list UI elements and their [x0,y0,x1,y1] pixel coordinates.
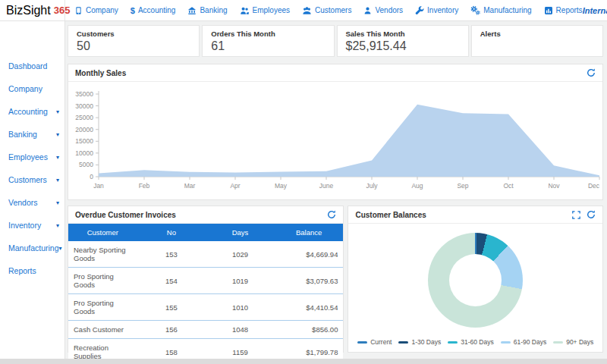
sidebar-item-manufacturing[interactable]: Manufacturing▾ [0,237,64,259]
legend-label: 90+ Days [566,338,593,346]
table-row[interactable]: Pro Sporting Goods1551010$4,410.54 [68,294,343,321]
customer-balances-panel: Customer Balances Current1-30 Days31-60 … [348,206,603,353]
card-value: $25,915.44 [346,39,460,53]
table-cell: 156 [137,321,206,339]
column-header-days[interactable]: Days [206,224,275,241]
legend-item-90-days[interactable]: 90+ Days [553,338,593,346]
sidebar-item-banking[interactable]: Banking▾ [0,123,64,146]
sidebar-item-reports[interactable]: Reports [0,259,64,282]
nav-label: Customers [315,6,351,14]
sidebar-item-inventory[interactable]: Inventory▾ [0,214,64,237]
sidebar-item-label: Reports [8,266,59,275]
chevron-down-icon: ▾ [56,199,59,206]
svg-text:Jan: Jan [93,182,104,190]
table-cell: Pro Sporting Goods [68,294,137,321]
nav-customers[interactable]: Customers [302,6,351,15]
expand-button[interactable] [566,211,580,219]
sidebar-item-accounting[interactable]: Accounting▾ [0,100,64,123]
table-cell: 154 [137,268,206,294]
legend-item-61-90-days[interactable]: 61-90 Days [501,338,546,346]
nav-reports[interactable]: Reports [544,6,583,15]
svg-text:Dec: Dec [588,182,600,190]
refresh-button[interactable] [580,210,596,219]
invoices-table: CustomerNoDaysBalance Nearby Sporting Go… [68,224,343,364]
sidebar-item-vendors[interactable]: Vendors▾ [0,191,64,214]
svg-text:30000: 30000 [75,102,93,110]
table-cell: Nearby Sporting Goods [68,241,137,268]
customer-balances-title: Customer Balances [355,211,566,219]
donut-chart[interactable] [428,233,523,328]
monthly-sales-title: Monthly Sales [75,69,580,77]
refresh-button[interactable] [321,210,336,219]
svg-text:May: May [275,182,288,190]
nav-inventory[interactable]: Inventory [415,6,458,15]
sidebar-item-label: Banking [8,130,56,139]
svg-text:5000: 5000 [79,161,93,168]
card-value: 50 [77,39,190,53]
column-header-balance[interactable]: Balance [275,224,344,241]
sidebar: DashboardCompanyAccounting▾Banking▾Emplo… [0,21,65,364]
sidebar-item-company[interactable]: Company [0,77,64,100]
card-label: Sales This Month [346,30,460,38]
card-sales-this-month[interactable]: Sales This Month $25,915.44 [337,25,469,57]
card-value: 61 [211,39,325,53]
legend-label: 31-60 Days [461,338,493,346]
chevron-down-icon: ▾ [56,177,59,184]
table-row[interactable]: Pro Sporting Goods1541019$3,079.63 [68,268,343,294]
card-label: Customers [77,30,190,38]
card-label: Orders This Month [211,30,325,38]
sidebar-item-label: Customers [8,175,56,184]
card-customers[interactable]: Customers 50 [68,25,200,57]
gears-icon [470,5,480,15]
card-orders-this-month[interactable]: Orders This Month 61 [202,25,334,57]
column-header-no[interactable]: No [137,224,206,241]
table-cell: $4,410.54 [275,294,344,321]
svg-text:July: July [366,182,378,190]
svg-text:June: June [319,182,334,190]
svg-text:Mar: Mar [184,182,196,190]
sidebar-item-label: Employees [8,152,56,162]
table-cell: 153 [137,241,206,268]
table-cell: 1010 [206,294,275,321]
legend-item-31-60-days[interactable]: 31-60 Days [448,338,493,346]
nav-label: Company [86,6,118,14]
column-header-customer[interactable]: Customer [68,224,137,241]
main-content: Customers 50 Orders This Month 61 Sales … [65,21,607,364]
nav-vendors[interactable]: Vendors [363,6,403,15]
refresh-icon [587,210,596,219]
sidebar-item-dashboard[interactable]: Dashboard [0,55,64,77]
svg-text:20000: 20000 [75,126,93,133]
nav-company[interactable]: Company [74,6,118,15]
table-cell: 1019 [206,268,275,294]
card-alerts[interactable]: Alerts [471,25,603,57]
table-cell: 1029 [206,241,275,268]
chevron-down-icon: ▾ [56,108,59,115]
chevron-down-icon: ▾ [56,131,59,138]
sidebar-item-employees[interactable]: Employees▾ [0,146,64,168]
refresh-button[interactable] [580,68,596,77]
nav-employees[interactable]: Employees [240,6,290,15]
svg-text:Sep: Sep [457,182,468,190]
legend-item-1-30-days[interactable]: 1-30 Days [398,338,441,346]
company-name[interactable]: Internal Test Company [583,6,607,15]
nav-label: Banking [200,6,227,14]
legend-label: 1-30 Days [411,338,441,346]
legend-label: Current [370,338,392,346]
stat-cards-row: Customers 50 Orders This Month 61 Sales … [68,25,603,57]
employees-icon [240,6,250,15]
wrench-icon [415,6,424,15]
svg-text:10000: 10000 [75,149,93,157]
nav-accounting[interactable]: $ Accounting [131,6,176,15]
table-row[interactable]: Cash Customer1561048$856.00 [68,321,343,339]
legend-item-current[interactable]: Current [357,338,392,346]
table-row[interactable]: Nearby Sporting Goods1531029$4,669.94 [68,241,343,268]
nav-banking[interactable]: Banking [187,6,227,15]
dollar-icon: $ [131,6,135,15]
nav-manufacturing[interactable]: Manufacturing [470,5,531,15]
brand-text: BizSight [6,4,51,17]
app-logo[interactable]: BizSight365 [0,0,65,20]
sidebar-item-customers[interactable]: Customers▾ [0,168,64,191]
bottom-scrollbar-track[interactable] [0,359,607,364]
refresh-icon [587,68,596,77]
nav-label: Vendors [375,6,403,14]
